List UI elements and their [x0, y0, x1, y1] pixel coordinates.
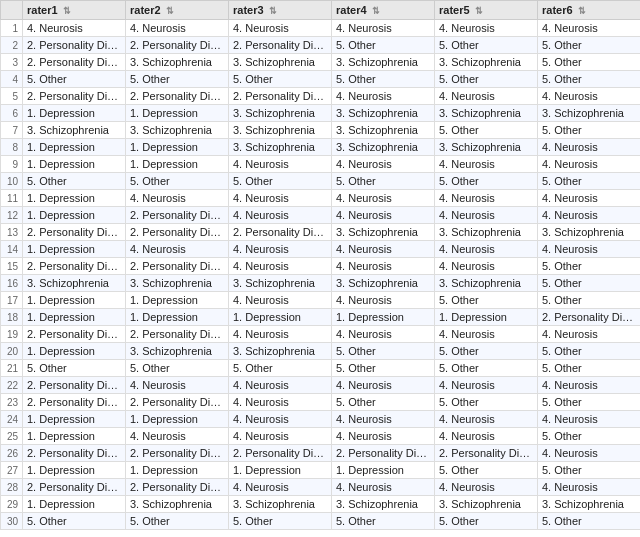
- cell-rater1: 1. Depression: [23, 462, 126, 479]
- cell-rater1: 1. Depression: [23, 428, 126, 445]
- cell-rater2: 4. Neurosis: [126, 190, 229, 207]
- cell-rater1: 1. Depression: [23, 105, 126, 122]
- table-row: 22. Personality Disorder2. Personality D…: [1, 37, 641, 54]
- cell-rater1: 5. Other: [23, 360, 126, 377]
- cell-rater5: 4. Neurosis: [435, 190, 538, 207]
- cell-rater2: 4. Neurosis: [126, 377, 229, 394]
- cell-rater4: 4. Neurosis: [332, 479, 435, 496]
- row-number: 13: [1, 224, 23, 241]
- cell-rater3: 4. Neurosis: [229, 377, 332, 394]
- cell-rater5: 4. Neurosis: [435, 20, 538, 37]
- cell-rater6: 4. Neurosis: [538, 445, 641, 462]
- row-number: 18: [1, 309, 23, 326]
- sort-icon-rater3: ⇅: [269, 6, 277, 16]
- cell-rater4: 4. Neurosis: [332, 377, 435, 394]
- cell-rater4: 4. Neurosis: [332, 207, 435, 224]
- rater1-header[interactable]: rater1 ⇅: [23, 1, 126, 20]
- table-row: 192. Personality Disorder2. Personality …: [1, 326, 641, 343]
- cell-rater5: 4. Neurosis: [435, 241, 538, 258]
- row-number: 21: [1, 360, 23, 377]
- cell-rater6: 5. Other: [538, 462, 641, 479]
- cell-rater6: 5. Other: [538, 71, 641, 88]
- cell-rater6: 5. Other: [538, 343, 641, 360]
- cell-rater4: 3. Schizophrenia: [332, 54, 435, 71]
- cell-rater5: 4. Neurosis: [435, 377, 538, 394]
- table-row: 14. Neurosis4. Neurosis4. Neurosis4. Neu…: [1, 20, 641, 37]
- cell-rater5: 4. Neurosis: [435, 207, 538, 224]
- row-number: 27: [1, 462, 23, 479]
- cell-rater2: 2. Personality Disorder: [126, 37, 229, 54]
- cell-rater5: 5. Other: [435, 343, 538, 360]
- cell-rater4: 4. Neurosis: [332, 428, 435, 445]
- rater2-header[interactable]: rater2 ⇅: [126, 1, 229, 20]
- table-row: 32. Personality Disorder3. Schizophrenia…: [1, 54, 641, 71]
- row-number: 9: [1, 156, 23, 173]
- row-number: 24: [1, 411, 23, 428]
- rater5-header[interactable]: rater5 ⇅: [435, 1, 538, 20]
- cell-rater3: 3. Schizophrenia: [229, 54, 332, 71]
- cell-rater1: 4. Neurosis: [23, 20, 126, 37]
- sort-icon-rater1: ⇅: [63, 6, 71, 16]
- cell-rater1: 2. Personality Disorder: [23, 37, 126, 54]
- cell-rater2: 1. Depression: [126, 411, 229, 428]
- cell-rater2: 1. Depression: [126, 105, 229, 122]
- cell-rater5: 5. Other: [435, 394, 538, 411]
- cell-rater6: 5. Other: [538, 37, 641, 54]
- cell-rater3: 1. Depression: [229, 309, 332, 326]
- cell-rater2: 1. Depression: [126, 292, 229, 309]
- cell-rater5: 2. Personality Disorder: [435, 445, 538, 462]
- cell-rater2: 4. Neurosis: [126, 428, 229, 445]
- row-number: 26: [1, 445, 23, 462]
- cell-rater4: 3. Schizophrenia: [332, 496, 435, 513]
- cell-rater6: 5. Other: [538, 513, 641, 530]
- cell-rater4: 5. Other: [332, 71, 435, 88]
- rater6-header[interactable]: rater6 ⇅: [538, 1, 641, 20]
- cell-rater2: 1. Depression: [126, 309, 229, 326]
- cell-rater6: 3. Schizophrenia: [538, 224, 641, 241]
- cell-rater3: 4. Neurosis: [229, 258, 332, 275]
- sort-icon-rater2: ⇅: [166, 6, 174, 16]
- cell-rater3: 4. Neurosis: [229, 292, 332, 309]
- table-row: 282. Personality Disorder2. Personality …: [1, 479, 641, 496]
- cell-rater1: 2. Personality Disorder: [23, 54, 126, 71]
- table-row: 152. Personality Disorder2. Personality …: [1, 258, 641, 275]
- cell-rater3: 4. Neurosis: [229, 156, 332, 173]
- cell-rater5: 5. Other: [435, 292, 538, 309]
- cell-rater6: 4. Neurosis: [538, 326, 641, 343]
- cell-rater4: 4. Neurosis: [332, 190, 435, 207]
- sort-icon-rater5: ⇅: [475, 6, 483, 16]
- cell-rater1: 1. Depression: [23, 411, 126, 428]
- cell-rater2: 3. Schizophrenia: [126, 54, 229, 71]
- cell-rater1: 1. Depression: [23, 309, 126, 326]
- row-number: 20: [1, 343, 23, 360]
- cell-rater5: 4. Neurosis: [435, 258, 538, 275]
- cell-rater4: 2. Personality Disorder: [332, 445, 435, 462]
- cell-rater1: 1. Depression: [23, 139, 126, 156]
- cell-rater6: 5. Other: [538, 360, 641, 377]
- cell-rater5: 3. Schizophrenia: [435, 496, 538, 513]
- cell-rater2: 5. Other: [126, 173, 229, 190]
- cell-rater3: 4. Neurosis: [229, 241, 332, 258]
- cell-rater4: 4. Neurosis: [332, 326, 435, 343]
- row-number: 4: [1, 71, 23, 88]
- cell-rater1: 1. Depression: [23, 241, 126, 258]
- cell-rater6: 4. Neurosis: [538, 479, 641, 496]
- cell-rater4: 4. Neurosis: [332, 156, 435, 173]
- cell-rater3: 3. Schizophrenia: [229, 122, 332, 139]
- cell-rater2: 2. Personality Disorder: [126, 88, 229, 105]
- cell-rater1: 2. Personality Disorder: [23, 479, 126, 496]
- rater4-header[interactable]: rater4 ⇅: [332, 1, 435, 20]
- cell-rater5: 4. Neurosis: [435, 326, 538, 343]
- rater3-header[interactable]: rater3 ⇅: [229, 1, 332, 20]
- row-number: 12: [1, 207, 23, 224]
- table-row: 215. Other5. Other5. Other5. Other5. Oth…: [1, 360, 641, 377]
- cell-rater6: 4. Neurosis: [538, 156, 641, 173]
- cell-rater4: 3. Schizophrenia: [332, 122, 435, 139]
- cell-rater2: 5. Other: [126, 513, 229, 530]
- row-number: 6: [1, 105, 23, 122]
- cell-rater4: 1. Depression: [332, 462, 435, 479]
- row-number: 22: [1, 377, 23, 394]
- cell-rater5: 3. Schizophrenia: [435, 275, 538, 292]
- cell-rater1: 1. Depression: [23, 343, 126, 360]
- cell-rater6: 5. Other: [538, 54, 641, 71]
